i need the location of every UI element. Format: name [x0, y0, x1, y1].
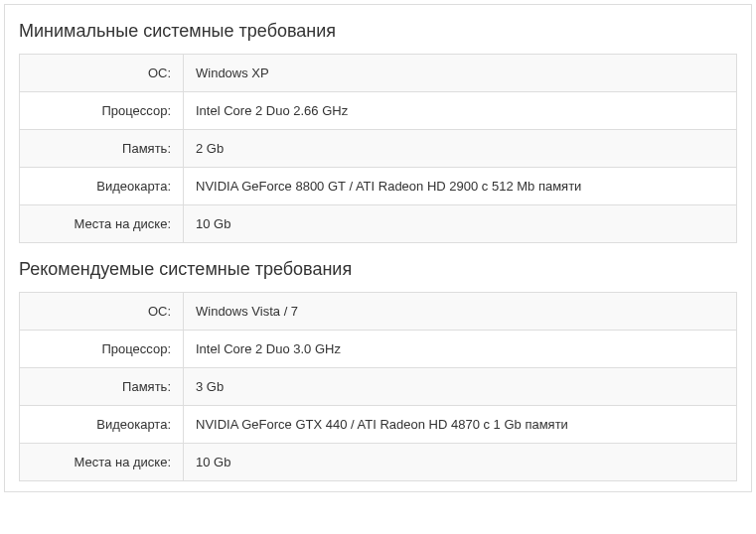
spec-label: Видеокарта: — [20, 406, 184, 444]
spec-label: ОС: — [20, 293, 184, 331]
spec-label: ОС: — [20, 55, 184, 92]
table-row: Места на диске: 10 Gb — [20, 444, 737, 481]
spec-value: Intel Core 2 Duo 3.0 GHz — [184, 331, 737, 368]
spec-label: Процессор: — [20, 331, 184, 368]
recommended-requirements-title: Рекомендуемые системные требования — [19, 259, 737, 280]
spec-value: 3 Gb — [184, 368, 737, 406]
spec-value: 10 Gb — [184, 444, 737, 481]
spec-label: Процессор: — [20, 92, 184, 130]
minimum-requirements-title: Минимальные системные требования — [19, 21, 737, 42]
minimum-requirements-table: ОС: Windows XP Процессор: Intel Core 2 D… — [19, 54, 737, 243]
table-row: Видеокарта: NVIDIA GeForce 8800 GT / ATI… — [20, 168, 737, 205]
table-row: ОС: Windows Vista / 7 — [20, 293, 737, 331]
spec-value: NVIDIA GeForce 8800 GT / ATI Radeon HD 2… — [184, 168, 737, 205]
spec-value: NVIDIA GeForce GTX 440 / ATI Radeon HD 4… — [184, 406, 737, 444]
spec-label: Память: — [20, 130, 184, 168]
spec-label: Места на диске: — [20, 444, 184, 481]
spec-label: Память: — [20, 368, 184, 406]
spec-value: 2 Gb — [184, 130, 737, 168]
recommended-requirements-table: ОС: Windows Vista / 7 Процессор: Intel C… — [19, 292, 737, 481]
table-row: Процессор: Intel Core 2 Duo 2.66 GHz — [20, 92, 737, 130]
table-row: ОС: Windows XP — [20, 55, 737, 92]
table-row: Память: 3 Gb — [20, 368, 737, 406]
spec-value: Intel Core 2 Duo 2.66 GHz — [184, 92, 737, 130]
table-row: Память: 2 Gb — [20, 130, 737, 168]
spec-label: Видеокарта: — [20, 168, 184, 205]
spec-label: Места на диске: — [20, 205, 184, 243]
spec-value: Windows Vista / 7 — [184, 293, 737, 331]
spec-value: Windows XP — [184, 55, 737, 92]
system-requirements-panel: Минимальные системные требования ОС: Win… — [4, 4, 752, 492]
spec-value: 10 Gb — [184, 205, 737, 243]
table-row: Места на диске: 10 Gb — [20, 205, 737, 243]
table-row: Процессор: Intel Core 2 Duo 3.0 GHz — [20, 331, 737, 368]
table-row: Видеокарта: NVIDIA GeForce GTX 440 / ATI… — [20, 406, 737, 444]
